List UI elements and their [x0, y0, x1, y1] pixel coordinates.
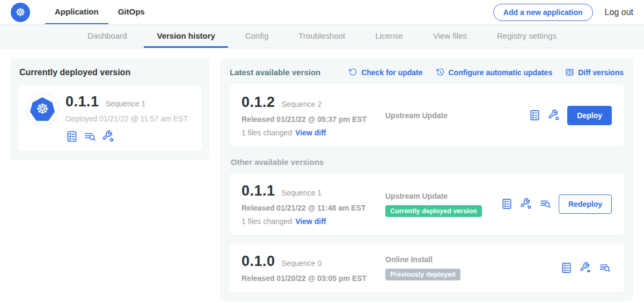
- deploy-button[interactable]: Deploy: [567, 106, 612, 125]
- app-logo[interactable]: ☸: [11, 0, 30, 24]
- version-card-0-1-2: 0.1.2 Sequence 2 Released 01/21/22 @ 05:…: [230, 84, 624, 147]
- deployed-version-card: ☸ 0.1.1 Sequence 1 Deployed 01/21/22 @ 1…: [18, 85, 202, 152]
- released-timestamp: Released 01/21/22 @ 11:48 am EST: [241, 204, 385, 212]
- files-changed-label: 1 files changed: [241, 217, 292, 226]
- files-changed-label: 1 files changed: [241, 128, 292, 137]
- app-logo-icon: ☸: [30, 97, 55, 121]
- diff-versions-icon: [565, 68, 574, 77]
- currently-deployed-badge: Currently deployed version: [385, 205, 482, 217]
- edit-config-icon[interactable]: [102, 130, 115, 143]
- sub-nav: Dashboard Version history Config Trouble…: [0, 25, 644, 48]
- deployed-timestamp: Deployed 01/21/22 @ 11:57 am EST: [65, 114, 188, 123]
- version-card-0-1-1: 0.1.1 Sequence 1 Released 01/21/22 @ 11:…: [230, 173, 624, 235]
- previously-deployed-badge: Previously deployed: [385, 269, 460, 280]
- action-label: Diff versions: [578, 68, 624, 77]
- preflight-checklist-icon[interactable]: [65, 130, 78, 143]
- subnav-item-version-history[interactable]: Version history: [144, 25, 228, 48]
- view-config-icon[interactable]: [580, 262, 592, 275]
- version-history-panel: Latest available version Check for updat…: [220, 58, 633, 301]
- sequence-label: Sequence 0: [282, 259, 322, 268]
- version-number: 0.1.2: [241, 94, 275, 111]
- version-number: 0.1.1: [241, 183, 275, 199]
- subnav-item-dashboard[interactable]: Dashboard: [75, 25, 140, 48]
- preflight-checklist-icon[interactable]: [560, 262, 573, 275]
- subnav-label: Registry settings: [497, 31, 557, 40]
- main-content: Currently deployed version ☸ 0.1.1 Seque…: [0, 48, 644, 303]
- subnav-label: View files: [433, 31, 467, 40]
- view-files-icon[interactable]: [84, 130, 97, 143]
- subnav-item-config[interactable]: Config: [232, 25, 281, 48]
- edit-config-icon[interactable]: [520, 198, 533, 211]
- redeploy-button[interactable]: Redeploy: [559, 194, 612, 214]
- tab-gitops-label: GitOps: [118, 7, 145, 16]
- view-files-icon[interactable]: [539, 198, 552, 211]
- logout-button[interactable]: Log out: [605, 0, 633, 24]
- subnav-item-license[interactable]: License: [362, 25, 416, 48]
- tab-application[interactable]: Application: [45, 0, 108, 24]
- app-logo-icon: ☸: [11, 3, 30, 22]
- sequence-label: Sequence 1: [282, 189, 322, 197]
- check-update-icon: [348, 68, 357, 77]
- subnav-label: Config: [245, 31, 268, 40]
- other-versions-title: Other available versions: [231, 157, 623, 167]
- tab-gitops[interactable]: GitOps: [108, 0, 155, 24]
- top-nav-spacer: [155, 0, 493, 24]
- released-timestamp: Released 01/20/22 @ 03:05 pm EST: [241, 274, 385, 283]
- subnav-label: License: [375, 31, 403, 40]
- tab-application-label: Application: [55, 7, 99, 16]
- subnav-item-troubleshoot[interactable]: Troubleshoot: [286, 25, 358, 48]
- released-timestamp: Released 01/21/22 @ 05:37 pm EST: [241, 115, 385, 124]
- currently-deployed-panel: Currently deployed version ☸ 0.1.1 Seque…: [11, 58, 209, 160]
- subnav-label: Dashboard: [87, 31, 127, 40]
- version-source-label: Upstream Update: [385, 111, 529, 120]
- top-nav: ☸ Application GitOps Add a new applicati…: [0, 0, 644, 25]
- subnav-item-view-files[interactable]: View files: [420, 25, 480, 48]
- diff-versions-link[interactable]: Diff versions: [565, 68, 624, 77]
- preflight-checklist-icon[interactable]: [501, 198, 514, 211]
- action-label: Configure automatic updates: [449, 68, 553, 77]
- preflight-checklist-icon[interactable]: [529, 109, 541, 122]
- latest-available-title: Latest available version: [230, 68, 320, 77]
- version-number: 0.1.0: [241, 253, 275, 270]
- currently-deployed-title: Currently deployed version: [19, 68, 201, 77]
- add-application-button[interactable]: Add a new application: [493, 4, 593, 21]
- check-for-update-link[interactable]: Check for update: [348, 68, 422, 77]
- subnav-item-registry-settings[interactable]: Registry settings: [484, 25, 569, 48]
- deployed-sequence-label: Sequence 1: [106, 99, 146, 108]
- version-source-label: Upstream Update: [385, 192, 501, 200]
- deployed-version-number: 0.1.1: [65, 93, 99, 110]
- configure-automatic-updates-link[interactable]: Configure automatic updates: [436, 68, 553, 77]
- version-card-0-1-0: 0.1.0 Sequence 0 Released 01/20/22 @ 03:…: [230, 243, 624, 292]
- subnav-label: Troubleshoot: [298, 31, 345, 40]
- edit-config-icon[interactable]: [548, 109, 561, 122]
- view-files-icon[interactable]: [599, 262, 612, 275]
- app-version-logo: ☸: [27, 93, 58, 125]
- view-diff-link[interactable]: View diff: [295, 128, 326, 137]
- auto-update-icon: [436, 68, 445, 77]
- subnav-label: Version history: [157, 31, 215, 40]
- action-label: Check for update: [361, 68, 422, 77]
- sequence-label: Sequence 2: [282, 100, 322, 109]
- version-source-label: Online Install: [385, 255, 560, 264]
- view-diff-link[interactable]: View diff: [295, 217, 326, 226]
